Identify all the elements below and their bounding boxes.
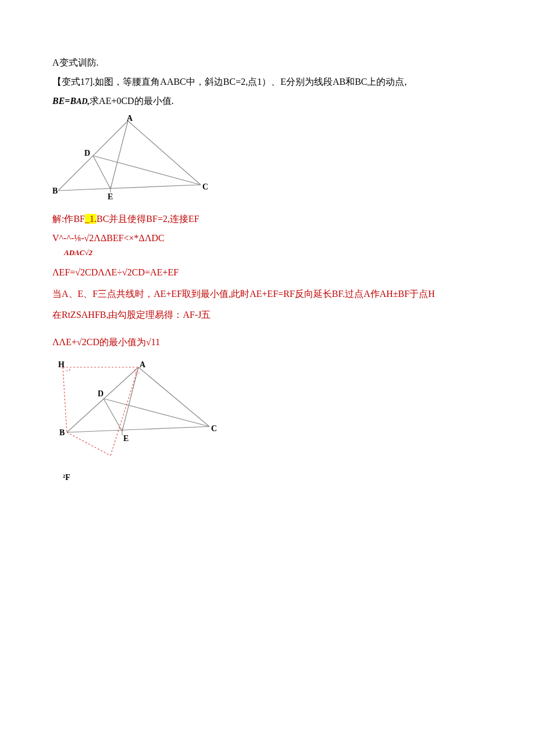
svg-line-16	[67, 432, 110, 456]
solution-line-2-sub: ADAC√2	[64, 246, 483, 259]
svg-line-4	[110, 121, 128, 189]
solution-line-1: 解:作BF_1.BC并且使得BF=2,连接EF	[52, 211, 483, 228]
expr-be: BE=B	[52, 96, 76, 106]
expr-tail: 求AE+0CD的最小值.	[90, 96, 174, 106]
label-a2: A	[140, 360, 146, 369]
svg-line-5	[93, 156, 110, 189]
expr-ad: AD,	[76, 97, 90, 106]
figure-2: H A B C D E	[52, 357, 221, 458]
label-e2: E	[123, 434, 129, 443]
label-h: H	[58, 360, 65, 369]
line-variant-header: A变式训防.	[52, 55, 483, 71]
svg-line-8	[67, 367, 138, 432]
solution-line-4: 当A、E、F三点共线时，AE+EF取到最小值,此时AE+EF=RF反向延长BF.…	[52, 286, 483, 303]
figure-1: A B C D E	[52, 115, 209, 205]
svg-line-9	[138, 367, 209, 427]
solution-line-6: ΛΛE+√2CD的最小值为√11	[52, 334, 483, 351]
problem-line-2: BE=BAD,求AE+0CD的最小值.	[52, 93, 483, 110]
label-b2: B	[59, 428, 65, 437]
svg-line-0	[58, 185, 201, 191]
label-a: A	[127, 115, 133, 123]
label-b: B	[52, 187, 58, 195]
solution-line-3: ΛEF=√2CDΛΛE÷√2CD=AE+EF	[52, 264, 483, 281]
svg-line-10	[104, 399, 209, 427]
svg-line-12	[104, 399, 122, 431]
problem-line-1: 【变式17].如图，等腰直角AABC中，斜边BC=2,点1）、E分别为线段AB和…	[52, 74, 483, 91]
label-c: C	[202, 182, 208, 191]
sol1-highlight: _1.	[85, 214, 97, 224]
label-d: D	[84, 149, 90, 157]
solution-line-2: V^-^-⅛-√2ΛΔBEF<×*ΔΛDC	[52, 232, 483, 243]
solution-line-5: 在RtZSAHFB,由勾股定理易得：AF-J五	[52, 307, 483, 324]
sol1-a: 解:作BF	[52, 214, 85, 224]
label-d2: D	[98, 389, 104, 398]
svg-line-11	[122, 367, 138, 431]
svg-line-15	[63, 367, 67, 432]
svg-line-7	[67, 427, 209, 432]
label-e: E	[108, 192, 113, 201]
label-f2: ²F	[63, 469, 483, 486]
label-c2: C	[211, 424, 217, 433]
sol1-b: BC并且使得BF=2,连接EF	[97, 214, 199, 224]
